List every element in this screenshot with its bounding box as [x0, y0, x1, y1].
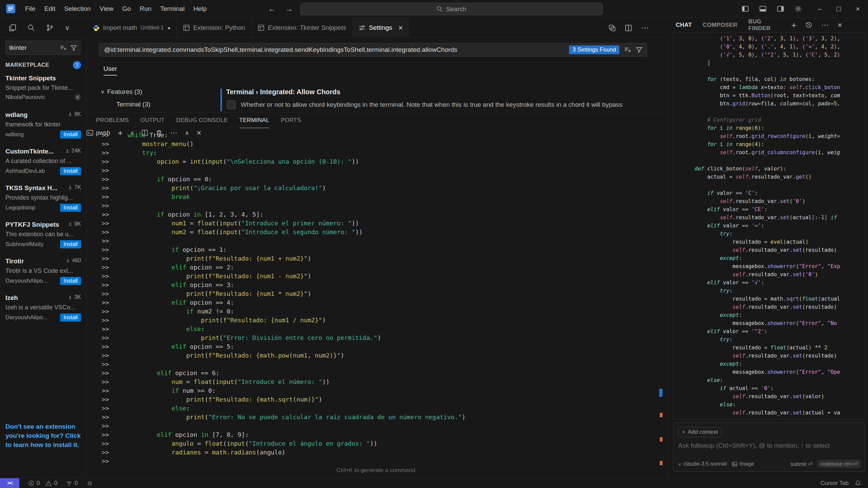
extension-item-tkss-syntax-h[interactable]: TKSS Syntax H...7KProvides syntax highli…	[0, 181, 86, 218]
panel-tab-problems[interactable]: PROBLEMS	[96, 113, 129, 128]
code-line: def click_boton(self, valor):	[682, 165, 865, 173]
chat-code-block: ('1', 3, 0), ('2', 3, 1), ('3', 3, 2), (…	[673, 32, 865, 419]
history-icon[interactable]	[805, 21, 812, 28]
extension-item-customtkinte[interactable]: CustomTkinte...24KA curated collection o…	[0, 144, 86, 181]
tree-item-terminal[interactable]: Terminal (3)	[116, 101, 150, 108]
download-count: 3K	[67, 294, 81, 300]
close-tab-icon[interactable]: ×	[398, 24, 403, 32]
new-chat-icon[interactable]: +	[791, 21, 796, 29]
code-line: >> print("¡Gracias por usar la calculado…	[102, 184, 658, 192]
panel-tab-ports[interactable]: PORTS	[281, 113, 301, 128]
code-line: >> print(f"Resultado: {num1 * num2}")	[102, 289, 658, 298]
open-changes-icon[interactable]	[609, 24, 616, 32]
tab-extension-python[interactable]: Extension: Python	[177, 18, 252, 38]
explorer-icon[interactable]	[9, 24, 16, 32]
model-selector[interactable]: ∨ claude-3.5-sonnet	[678, 461, 727, 467]
tab-bug-finder[interactable]: BUG FINDER	[748, 18, 781, 32]
extension-item-tirotir[interactable]: Tirotir460Tirotir is a VS Code ext...Dar…	[0, 254, 86, 291]
extension-item-tkinter-snippets[interactable]: Tkinter SnippetsSnippet pack for Tkinte.…	[0, 71, 86, 108]
settings-scope-user[interactable]: User	[103, 65, 117, 76]
install-button[interactable]: Install	[60, 167, 81, 175]
add-context-button[interactable]: + Add context	[678, 427, 722, 437]
menu-terminal[interactable]: Terminal	[156, 5, 189, 13]
code-line: self.resultado_var.set(actual[:-1] if	[682, 214, 865, 222]
tab-extension-tkinter-snippets[interactable]: Extension: Tkinter Snippets	[252, 18, 353, 38]
allow-chords-checkbox[interactable]	[227, 100, 236, 109]
chevron-down-icon[interactable]: ∨	[65, 24, 70, 32]
attach-image-button[interactable]: image	[732, 461, 754, 467]
extension-item-izeh[interactable]: Izeh3KIzeh is a versatile VSCo...Daryous…	[0, 291, 86, 327]
split-editor-icon[interactable]	[625, 24, 632, 32]
ports-status[interactable]: 0	[66, 480, 78, 487]
tab-settings[interactable]: Settings×	[353, 18, 409, 38]
debug-status[interactable]	[86, 480, 93, 486]
code-line: >>	[102, 457, 658, 464]
extension-item-pytkfj-snippets[interactable]: PYTKFJ Snippets9KThis extention can be u…	[0, 218, 86, 254]
extensions-footer-link[interactable]: Don't see an extension you're looking fo…	[5, 422, 83, 449]
manage-gear-icon[interactable]	[74, 94, 81, 101]
problems-status[interactable]: 0 0	[28, 480, 57, 487]
close-window-button[interactable]: ×	[856, 5, 860, 13]
install-button[interactable]: Install	[60, 204, 81, 212]
chat-input-box[interactable]: + Add context Ask followup (Ctrl+Shift+Y…	[673, 423, 865, 472]
toggle-secondary-sidebar-icon[interactable]	[777, 5, 784, 13]
menu-file[interactable]: File	[21, 5, 40, 13]
clear-search-icon[interactable]	[60, 45, 66, 51]
maximize-button[interactable]: □	[836, 5, 841, 13]
settings-gear-icon[interactable]	[794, 5, 802, 13]
bell-icon[interactable]	[855, 480, 861, 486]
menu-edit[interactable]: Edit	[40, 5, 60, 13]
filter-icon[interactable]	[71, 45, 77, 51]
extension-item-wdlang[interactable]: wdlang8Kframewotk for tkinterwdlangInsta…	[0, 108, 86, 144]
install-button[interactable]: Install	[60, 130, 81, 139]
toggle-panel-icon[interactable]	[759, 5, 767, 13]
code-line	[682, 67, 865, 75]
install-button[interactable]: Install	[60, 313, 81, 322]
code-line: for i in range(4):	[682, 140, 865, 148]
minimize-button[interactable]: –	[817, 5, 822, 13]
code-line: for (texto, fila, col) in botones:	[682, 75, 865, 83]
toggle-sidebar-icon[interactable]	[742, 5, 749, 13]
settings-search-input[interactable]: @id:terminal.integrated.commandsToSkipSh…	[99, 43, 647, 57]
submit-button[interactable]: submit ⏎	[790, 461, 812, 467]
menu-view[interactable]: View	[95, 5, 118, 13]
download-count: 9K	[67, 221, 81, 227]
menu-run[interactable]: Run	[135, 5, 156, 13]
more-actions-icon[interactable]: ⋯	[641, 23, 649, 32]
menu-go[interactable]: Go	[118, 5, 135, 13]
command-center-search[interactable]: Search	[300, 3, 603, 15]
code-line: else:	[682, 401, 865, 409]
marketplace-section[interactable]: MARKETPLACE 7	[0, 61, 86, 69]
code-line: self.resultado_var.set(resultado)	[682, 352, 865, 360]
code-line: >>	[102, 422, 658, 430]
tab-composer[interactable]: COMPOSER	[703, 22, 737, 28]
tab-chat[interactable]: CHAT	[676, 22, 692, 28]
panel-tab-debug-console[interactable]: DEBUG CONSOLE	[176, 113, 228, 128]
clear-settings-search-icon[interactable]	[624, 46, 631, 53]
code-line: try:	[682, 336, 865, 344]
setting-allow-chords: Terminal › Integrated: Allow Chords Whet…	[220, 88, 658, 112]
back-icon[interactable]: ←	[268, 4, 276, 14]
source-control-icon[interactable]	[46, 24, 54, 32]
codebase-button[interactable]: codebase ctrl+⏎	[817, 460, 861, 468]
install-button[interactable]: Install	[60, 277, 81, 285]
tab-import-math[interactable]: import mathUntitled-1●	[86, 18, 177, 38]
menu-help[interactable]: Help	[189, 5, 211, 13]
download-count: 460	[65, 258, 81, 264]
forward-icon[interactable]: →	[285, 4, 293, 14]
ruler-mark-red	[660, 437, 663, 442]
install-button[interactable]: Install	[60, 240, 81, 248]
download-count-value: 3K	[74, 294, 81, 300]
terminal-output[interactable]: >> while True:>> mostrar_menu()>> try:>>…	[86, 129, 658, 464]
menu-selection[interactable]: Selection	[60, 5, 95, 13]
search-view-icon[interactable]	[27, 24, 35, 32]
settings-filter-icon[interactable]	[636, 46, 643, 53]
extensions-search-input[interactable]: tkinter	[5, 41, 81, 55]
more-icon[interactable]: ⋯	[821, 21, 829, 29]
panel-tab-output[interactable]: OUTPUT	[140, 113, 165, 128]
remote-indicator[interactable]: ><	[0, 478, 19, 488]
close-panel-icon[interactable]: ×	[837, 20, 842, 30]
tree-item-features[interactable]: ∨ Features (3)	[101, 88, 142, 96]
panel-tab-terminal[interactable]: TERMINAL	[239, 113, 269, 128]
cursor-tab-status[interactable]: Cursor Tab	[821, 480, 849, 487]
